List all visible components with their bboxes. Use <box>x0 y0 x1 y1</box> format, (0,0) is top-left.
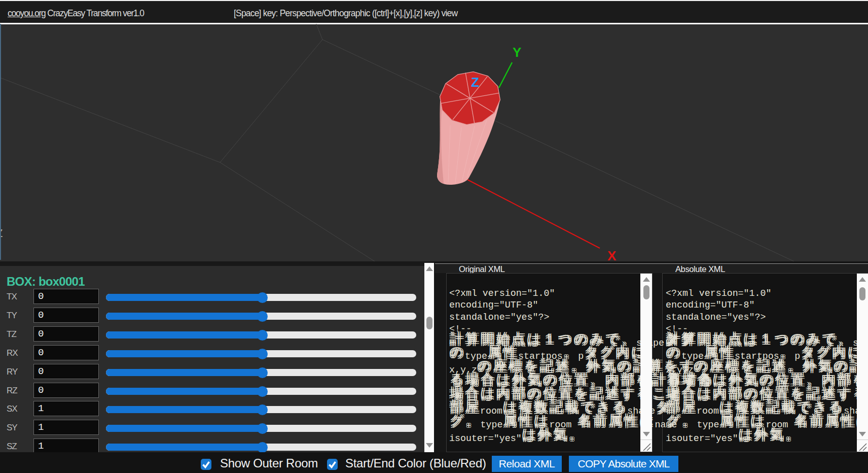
svg-text:X: X <box>607 248 617 261</box>
svg-text:Y: Y <box>513 45 521 60</box>
svg-text:Z: Z <box>471 75 479 90</box>
